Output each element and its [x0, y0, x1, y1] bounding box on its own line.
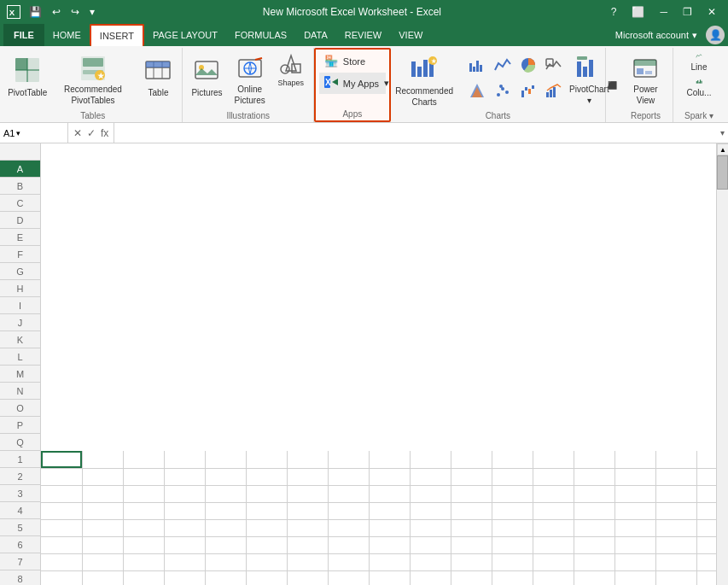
col-header-K[interactable]: K	[0, 331, 41, 348]
combo-chart-btn[interactable]	[542, 79, 566, 102]
cell-B5[interactable]	[82, 519, 123, 536]
view-menu[interactable]: VIEW	[390, 24, 431, 46]
cell-Q2[interactable]	[696, 468, 716, 485]
cell-N3[interactable]	[574, 485, 614, 502]
pivot-table-btn[interactable]: PivotTable	[9, 51, 46, 109]
cell-O7[interactable]	[614, 553, 655, 570]
cell-C8[interactable]	[123, 570, 164, 585]
cell-P7[interactable]	[655, 553, 696, 570]
cell-K3[interactable]	[451, 485, 492, 502]
cell-Q4[interactable]	[696, 502, 716, 519]
cell-H5[interactable]	[328, 519, 369, 536]
expand-icon[interactable]: ⬛	[608, 81, 617, 90]
cell-G8[interactable]	[287, 570, 328, 585]
col-header-I[interactable]: I	[0, 297, 41, 314]
save-qat-btn[interactable]: 💾	[26, 4, 45, 20]
hierarchy-chart-btn[interactable]	[465, 79, 489, 102]
cell-F8[interactable]	[246, 570, 287, 585]
cell-A4[interactable]	[41, 502, 82, 519]
cell-D7[interactable]	[164, 553, 205, 570]
cell-I7[interactable]	[369, 553, 410, 570]
col-header-Q[interactable]: Q	[0, 434, 41, 451]
cell-M4[interactable]	[533, 502, 574, 519]
scatter-chart-btn[interactable]	[491, 79, 515, 102]
recommended-pivot-btn[interactable]: ★ Recommended PivotTables	[50, 51, 136, 109]
cell-C3[interactable]	[123, 485, 164, 502]
cell-A7[interactable]	[41, 553, 82, 570]
formulas-menu[interactable]: FORMULAS	[226, 24, 295, 46]
cell-M1[interactable]	[533, 451, 574, 468]
cancel-formula-btn[interactable]: ✕	[72, 127, 84, 139]
cell-J8[interactable]	[410, 570, 451, 585]
cell-O8[interactable]	[614, 570, 655, 585]
formula-expand-btn[interactable]: ▾	[717, 128, 728, 137]
scroll-track[interactable]	[717, 155, 728, 585]
cell-L4[interactable]	[492, 502, 533, 519]
undo-qat-btn[interactable]: ↩	[49, 4, 64, 20]
customize-qat-btn[interactable]: ▾	[86, 4, 98, 20]
cell-Q5[interactable]	[696, 519, 716, 536]
cell-N1[interactable]	[574, 451, 614, 468]
cell-D5[interactable]	[164, 519, 205, 536]
cell-L6[interactable]	[492, 536, 533, 553]
col-header-F[interactable]: F	[0, 246, 41, 263]
cell-I5[interactable]	[369, 519, 410, 536]
minimize-btn[interactable]: ─	[655, 4, 673, 20]
cell-E7[interactable]	[205, 553, 246, 570]
cell-Q6[interactable]	[696, 536, 716, 553]
cell-C6[interactable]	[123, 536, 164, 553]
col-header-M[interactable]: M	[0, 366, 41, 383]
cell-P4[interactable]	[655, 502, 696, 519]
cell-M5[interactable]	[533, 519, 574, 536]
cell-G4[interactable]	[287, 502, 328, 519]
name-box[interactable]: A1 ▾	[0, 123, 68, 143]
cell-F3[interactable]	[246, 485, 287, 502]
cell-M3[interactable]	[533, 485, 574, 502]
cell-E5[interactable]	[205, 519, 246, 536]
col-header-H[interactable]: H	[0, 280, 41, 297]
line-spark-btn[interactable]: Line	[678, 51, 719, 75]
insert-menu[interactable]: INSERT	[90, 24, 144, 46]
cell-N6[interactable]	[574, 536, 614, 553]
ribbon-display-btn[interactable]: ⬜	[626, 4, 649, 20]
cell-I3[interactable]	[369, 485, 410, 502]
cell-F5[interactable]	[246, 519, 287, 536]
cell-G5[interactable]	[287, 519, 328, 536]
cell-F7[interactable]	[246, 553, 287, 570]
cell-N4[interactable]	[574, 502, 614, 519]
cell-C2[interactable]	[123, 468, 164, 485]
col-header-L[interactable]: L	[0, 348, 41, 366]
help-btn[interactable]: ?	[606, 4, 622, 20]
cell-E8[interactable]	[205, 570, 246, 585]
cell-K6[interactable]	[451, 536, 492, 553]
col-header-C[interactable]: C	[0, 195, 41, 212]
pagelayout-menu[interactable]: PAGE LAYOUT	[144, 24, 226, 46]
cell-C7[interactable]	[123, 553, 164, 570]
cell-G7[interactable]	[287, 553, 328, 570]
cell-M2[interactable]	[533, 468, 574, 485]
cell-K7[interactable]	[451, 553, 492, 570]
more-charts-btn[interactable]	[542, 53, 566, 77]
cell-B8[interactable]	[82, 570, 123, 585]
cell-P8[interactable]	[655, 570, 696, 585]
home-menu[interactable]: HOME	[44, 24, 90, 46]
col-header-A[interactable]: A	[0, 161, 41, 178]
cell-J7[interactable]	[410, 553, 451, 570]
cell-L1[interactable]	[492, 451, 533, 468]
cell-E4[interactable]	[205, 502, 246, 519]
cell-D6[interactable]	[164, 536, 205, 553]
cell-B7[interactable]	[82, 553, 123, 570]
cell-A1[interactable]	[41, 451, 82, 468]
col-header-B[interactable]: B	[0, 178, 41, 195]
redo-qat-btn[interactable]: ↪	[67, 4, 83, 20]
cell-G6[interactable]	[287, 536, 328, 553]
col-header-J[interactable]: J	[0, 314, 41, 331]
cell-I6[interactable]	[369, 536, 410, 553]
cell-N2[interactable]	[574, 468, 614, 485]
restore-btn[interactable]: ❐	[678, 4, 697, 20]
cell-G3[interactable]	[287, 485, 328, 502]
cell-E3[interactable]	[205, 485, 246, 502]
cell-B1[interactable]	[82, 451, 123, 468]
pivot-chart-btn[interactable]: PivotChart ▾	[569, 51, 609, 109]
cell-C4[interactable]	[123, 502, 164, 519]
